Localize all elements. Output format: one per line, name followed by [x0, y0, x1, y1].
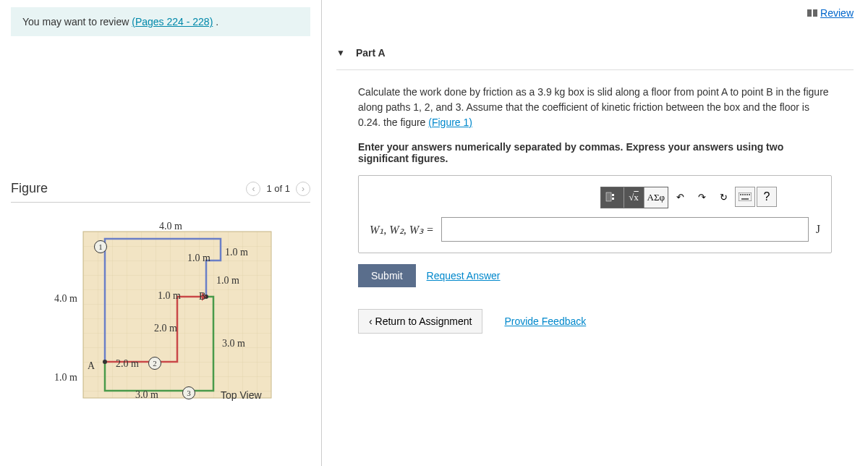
pages-link[interactable]: (Pages 224 - 228)	[132, 16, 213, 27]
hint-box: You may want to review (Pages 224 - 228)…	[11, 7, 310, 36]
right-panel: Review ▼ Part A Calculate the work done …	[322, 0, 868, 466]
path-2-label: 2	[148, 357, 161, 370]
undo-button[interactable]: ↶	[670, 187, 690, 207]
redo-button[interactable]: ↷	[692, 187, 712, 207]
hint-suffix: .	[213, 16, 218, 27]
svg-rect-9	[740, 194, 741, 195]
dim-label: 2.0 m	[154, 323, 177, 334]
figure-header: Figure ‹ 1 of 1 ›	[11, 181, 310, 203]
review-icon	[807, 9, 817, 17]
figure-diagram: 4.0 m 4.0 m 1 2 3 1.0 m 1.0 m 1.0 m 1.0 …	[54, 217, 278, 405]
unit-label: J	[816, 223, 820, 236]
svg-rect-14	[741, 198, 749, 200]
figure-svg	[54, 217, 300, 412]
submit-row: Submit Request Answer	[358, 264, 832, 287]
part-title: Part A	[356, 47, 386, 59]
chevron-left-icon: ‹	[369, 315, 375, 327]
dim-label: 1.0 m	[216, 275, 239, 287]
answer-input[interactable]	[441, 217, 809, 242]
figure-prev-button[interactable]: ‹	[246, 182, 260, 196]
bottom-row: ‹ Return to Assignment Provide Feedback	[358, 309, 832, 334]
figure-link[interactable]: (Figure 1)	[428, 116, 472, 128]
figure-caption: Top View	[221, 389, 262, 401]
figure-next-button[interactable]: ›	[296, 182, 310, 196]
dim-label: 1.0 m	[158, 290, 181, 302]
dim-label: 4.0 m	[54, 293, 77, 305]
dim-label: 2.0 m	[116, 358, 139, 370]
point-b-label: B	[199, 291, 205, 302]
submit-button[interactable]: Submit	[358, 264, 416, 287]
toolbar: √x ΑΣφ ↶ ↷ ↻ ?	[370, 187, 820, 208]
svg-rect-6	[612, 194, 614, 196]
dim-label: 4.0 m	[159, 221, 182, 232]
dim-label: 1.0 m	[54, 372, 77, 384]
figure-counter: 1 of 1	[266, 183, 290, 194]
path-1-label: 1	[94, 240, 107, 253]
svg-rect-5	[606, 192, 611, 201]
return-button[interactable]: ‹ Return to Assignment	[358, 309, 482, 334]
svg-rect-13	[749, 194, 750, 195]
symbols-button[interactable]: ΑΣφ	[644, 187, 668, 208]
svg-rect-7	[612, 198, 614, 200]
figure-nav: ‹ 1 of 1 ›	[246, 182, 310, 196]
keyboard-icon	[739, 192, 752, 201]
request-answer-link[interactable]: Request Answer	[427, 270, 501, 281]
path-3-label: 3	[182, 386, 195, 399]
dim-label: 3.0 m	[135, 389, 158, 401]
point-a-label: A	[88, 360, 95, 372]
hint-prefix: You may want to review	[22, 16, 132, 27]
svg-rect-12	[746, 194, 748, 195]
collapse-icon: ▼	[336, 48, 345, 58]
dim-label: 3.0 m	[222, 338, 245, 350]
answer-row: W₁, W₂, W₃ = J	[370, 217, 820, 242]
part-header[interactable]: ▼ Part A	[336, 36, 854, 70]
answer-box: √x ΑΣφ ↶ ↷ ↻ ? W₁, W₂, W₃ = J	[358, 175, 832, 253]
reset-button[interactable]: ↻	[713, 187, 733, 207]
keyboard-button[interactable]	[735, 187, 755, 207]
figure-section: Figure ‹ 1 of 1 ›	[11, 181, 310, 405]
svg-rect-10	[742, 194, 744, 195]
instruction-text: Enter your answers numerically separated…	[358, 141, 832, 164]
sqrt-button[interactable]: √x	[624, 187, 644, 208]
help-button[interactable]: ?	[757, 187, 777, 207]
templates-button[interactable]	[601, 187, 624, 208]
svg-rect-11	[744, 194, 746, 195]
review-link[interactable]: Review	[807, 7, 854, 19]
svg-point-2	[103, 360, 107, 364]
feedback-link[interactable]: Provide Feedback	[504, 315, 586, 327]
svg-rect-8	[739, 192, 752, 201]
dim-label: 1.0 m	[187, 253, 210, 264]
answer-label: W₁, W₂, W₃ =	[370, 223, 434, 237]
dim-label: 1.0 m	[225, 247, 248, 258]
left-panel: You may want to review (Pages 224 - 228)…	[0, 0, 322, 466]
format-group: √x ΑΣφ	[600, 187, 668, 208]
question-text: Calculate the work done by friction as a…	[358, 85, 832, 130]
figure-title: Figure	[11, 181, 48, 196]
